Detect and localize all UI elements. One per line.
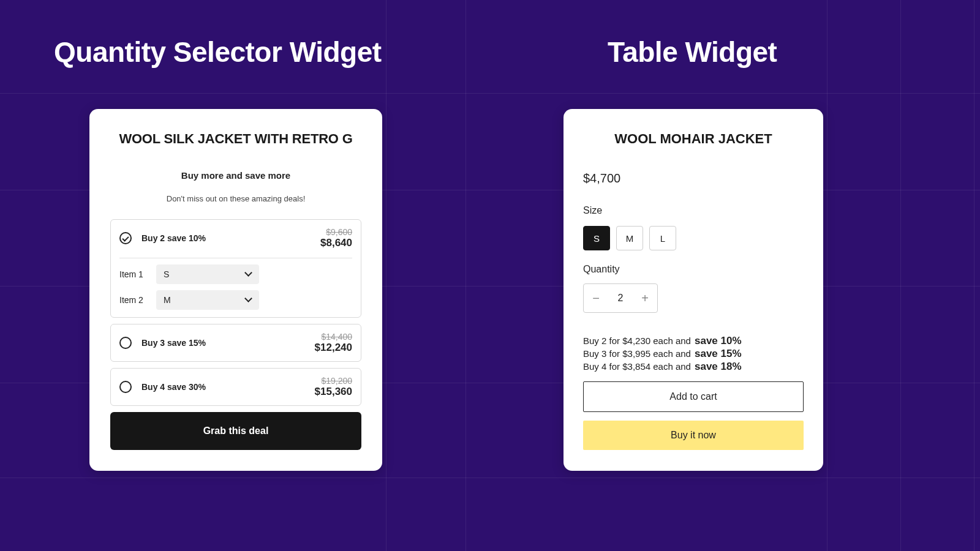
offer-text: Buy 4 for $3,854 each and [583,361,691,372]
tier-label: Buy 3 save 15% [141,338,206,348]
bg-grid-line [827,0,827,551]
radio-checked-icon [119,232,132,244]
product-title: WOOL SILK JACKET WITH RETRO G [110,131,361,147]
product-price: $4,700 [583,171,804,186]
item-label: Item 2 [119,295,156,305]
tier-option[interactable]: Buy 3 save 15% $14,400 $12,240 [110,324,361,362]
size-option-s[interactable]: S [583,226,610,250]
offer-save: save 18% [695,361,742,373]
buy-it-now-button[interactable]: Buy it now [583,421,804,450]
tier-label: Buy 4 save 30% [141,382,206,392]
bg-grid-line [0,93,980,94]
offer-save: save 10% [695,335,742,347]
tier-option[interactable]: Buy 4 save 30% $19,200 $15,360 [110,368,361,406]
chevron-down-icon [246,297,252,303]
tier-prices: $9,600 $8,640 [320,227,352,249]
tier-prices: $19,200 $15,360 [315,376,352,398]
select-value: S [164,269,169,279]
bg-grid-line [386,0,386,551]
table-widget-card: WOOL MOHAIR JACKET $4,700 Size S M L Qua… [564,109,823,471]
price-new: $15,360 [315,386,352,398]
bg-grid-line [466,0,466,551]
offer-line: Buy 4 for $3,854 each and save 18% [583,361,804,373]
widget-subtitle: Buy more and save more [110,170,361,181]
bg-grid-line [974,0,974,551]
offer-list: Buy 2 for $4,230 each and save 10% Buy 3… [583,335,804,373]
size-label: Size [583,205,804,216]
select-value: M [164,295,171,305]
offer-line: Buy 2 for $4,230 each and save 10% [583,335,804,347]
price-old: $19,200 [315,376,352,386]
size-option-m[interactable]: M [616,226,643,250]
price-new: $8,640 [320,237,352,249]
grab-deal-button[interactable]: Grab this deal [110,412,361,450]
heading-quantity-selector: Quantity Selector Widget [54,36,382,69]
item-row: Item 2 M [119,290,352,310]
tier-prices: $14,400 $12,240 [315,332,352,354]
product-title: WOOL MOHAIR JACKET [583,131,804,147]
bg-grid-line [900,0,901,551]
quantity-stepper: − 2 + [583,283,658,313]
bg-grid-line [0,478,980,478]
plus-icon[interactable]: + [633,284,657,312]
price-new: $12,240 [315,342,352,354]
offer-save: save 15% [695,348,742,360]
item-select[interactable]: M [156,290,259,310]
item-select[interactable]: S [156,264,259,284]
widget-tagline: Don't miss out on these amazing deals! [110,194,361,203]
tier-label: Buy 2 save 10% [141,233,206,243]
offer-text: Buy 3 for $3,995 each and [583,348,691,359]
quantity-value: 2 [608,293,633,304]
tier-option[interactable]: Buy 2 save 10% $9,600 $8,640 Item 1 S It… [110,219,361,318]
price-old: $14,400 [315,332,352,342]
price-old: $9,600 [320,227,352,237]
quantity-selector-card: WOOL SILK JACKET WITH RETRO G Buy more a… [89,109,382,471]
item-label: Item 1 [119,269,156,279]
tier-items: Item 1 S Item 2 M [119,258,352,310]
heading-table-widget: Table Widget [608,36,777,69]
offer-text: Buy 2 for $4,230 each and [583,335,691,346]
chevron-down-icon [246,271,252,277]
add-to-cart-button[interactable]: Add to cart [583,381,804,412]
item-row: Item 1 S [119,264,352,284]
size-options: S M L [583,226,804,250]
tier-list: Buy 2 save 10% $9,600 $8,640 Item 1 S It… [110,219,361,406]
size-option-l[interactable]: L [649,226,676,250]
offer-line: Buy 3 for $3,995 each and save 15% [583,348,804,360]
minus-icon[interactable]: − [584,284,608,312]
radio-unchecked-icon [119,381,132,393]
quantity-label: Quantity [583,264,804,275]
radio-unchecked-icon [119,337,132,349]
